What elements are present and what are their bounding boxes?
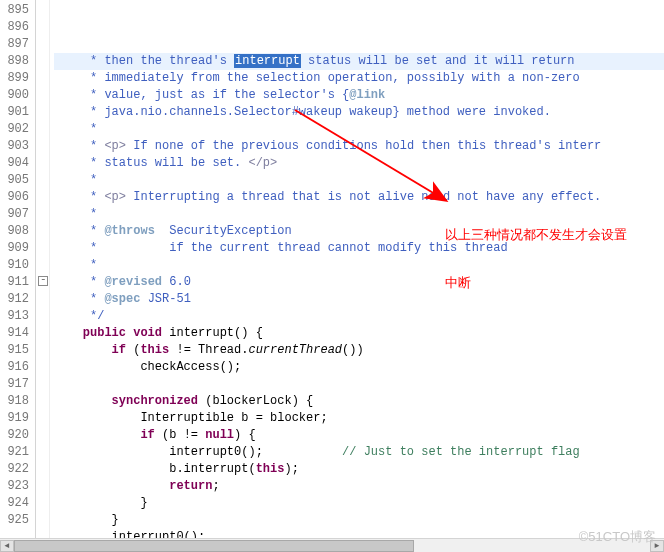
- code-token: Interrupting a thread that is not alive …: [126, 190, 601, 204]
- code-editor[interactable]: 8958968978988999009019029039049059069079…: [0, 0, 664, 552]
- line-number: 907: [4, 206, 29, 223]
- code-token: interrupt: [234, 54, 301, 68]
- code-token: status will be set and it will return: [301, 54, 575, 68]
- code-line[interactable]: * if the current thread cannot modify th…: [54, 240, 664, 257]
- code-line[interactable]: public void interrupt() {: [54, 325, 664, 342]
- code-token: @link: [349, 88, 385, 102]
- code-line[interactable]: * <p> Interrupting a thread that is not …: [54, 189, 664, 206]
- code-line[interactable]: if (b != null) {: [54, 427, 664, 444]
- fold-cell: [36, 51, 49, 68]
- code-token: synchronized: [112, 394, 198, 408]
- fold-cell: [36, 357, 49, 374]
- code-line[interactable]: * status will be set. </p>: [54, 155, 664, 172]
- line-number: 922: [4, 461, 29, 478]
- fold-column[interactable]: [36, 0, 50, 552]
- fold-cell: [36, 289, 49, 306]
- line-number: 920: [4, 427, 29, 444]
- code-token: b.interrupt(: [54, 462, 256, 476]
- fold-cell: [36, 17, 49, 34]
- code-token: ()): [342, 343, 364, 357]
- code-token: * value, just as if the selector's {: [54, 88, 349, 102]
- code-line[interactable]: * value, just as if the selector's {@lin…: [54, 87, 664, 104]
- code-token: @spec: [104, 292, 140, 306]
- line-number: 916: [4, 359, 29, 376]
- code-token: JSR-51: [140, 292, 190, 306]
- code-token: ;: [212, 479, 219, 493]
- code-token: *: [54, 139, 104, 153]
- code-token: interrupt0();: [54, 445, 342, 459]
- code-line[interactable]: interrupt0(); // Just to set the interru…: [54, 444, 664, 461]
- code-token: if: [112, 343, 126, 357]
- line-number: 914: [4, 325, 29, 342]
- fold-cell: [36, 0, 49, 17]
- code-line[interactable]: * immediately from the selection operati…: [54, 70, 664, 87]
- code-token: then the thread's: [104, 54, 234, 68]
- code-token: [54, 343, 112, 357]
- code-token: public void: [83, 326, 162, 340]
- line-number: 913: [4, 308, 29, 325]
- code-token: currentThread: [248, 343, 342, 357]
- code-token: *: [54, 258, 97, 272]
- code-line[interactable]: * <p> If none of the previous conditions…: [54, 138, 664, 155]
- code-token: if: [140, 428, 154, 442]
- code-line[interactable]: if (this != Thread.currentThread()): [54, 342, 664, 359]
- code-line[interactable]: [54, 376, 664, 393]
- code-line[interactable]: * java.nio.channels.Selector#wakeup wake…: [54, 104, 664, 121]
- code-token: @throws: [104, 224, 154, 238]
- line-number: 923: [4, 478, 29, 495]
- code-line[interactable]: *: [54, 121, 664, 138]
- code-line[interactable]: }: [54, 495, 664, 512]
- code-line[interactable]: synchronized (blockerLock) {: [54, 393, 664, 410]
- code-token: [54, 428, 140, 442]
- fold-toggle-icon[interactable]: [36, 272, 49, 289]
- line-number: 903: [4, 138, 29, 155]
- code-area[interactable]: * then the thread's interrupt status wil…: [50, 0, 664, 552]
- code-token: <p>: [104, 190, 126, 204]
- fold-cell: [36, 306, 49, 323]
- scroll-left-button[interactable]: ◄: [0, 540, 14, 552]
- fold-cell: [36, 119, 49, 136]
- scroll-right-button[interactable]: ►: [650, 540, 664, 552]
- code-line[interactable]: Interruptible b = blocker;: [54, 410, 664, 427]
- line-number: 899: [4, 70, 29, 87]
- code-token: }: [54, 513, 119, 527]
- code-token: [54, 394, 112, 408]
- code-token: *: [54, 224, 104, 238]
- line-number: 906: [4, 189, 29, 206]
- code-token: // Just to set the interrupt flag: [342, 445, 580, 459]
- code-line[interactable]: * @revised 6.0: [54, 274, 664, 291]
- line-number: 919: [4, 410, 29, 427]
- code-token: );: [284, 462, 298, 476]
- code-line[interactable]: return;: [54, 478, 664, 495]
- code-token: }: [54, 496, 148, 510]
- code-line[interactable]: b.interrupt(this);: [54, 461, 664, 478]
- code-token: (: [126, 343, 140, 357]
- code-token: this: [140, 343, 169, 357]
- code-token: @revised: [104, 275, 162, 289]
- line-number: 912: [4, 291, 29, 308]
- code-token: != Thread.: [169, 343, 248, 357]
- code-line[interactable]: * @throws SecurityException: [54, 223, 664, 240]
- code-token: *: [54, 207, 97, 221]
- code-line[interactable]: *: [54, 172, 664, 189]
- code-token: 6.0: [162, 275, 191, 289]
- code-line[interactable]: * @spec JSR-51: [54, 291, 664, 308]
- scrollbar-track[interactable]: [14, 540, 650, 552]
- code-token: *: [54, 292, 104, 306]
- fold-cell: [36, 510, 49, 527]
- code-line[interactable]: * then the thread's interrupt status wil…: [54, 53, 664, 70]
- code-line[interactable]: *: [54, 257, 664, 274]
- code-token: * if the current thread cannot modify th…: [54, 241, 508, 255]
- code-line[interactable]: */: [54, 308, 664, 325]
- fold-cell: [36, 425, 49, 442]
- horizontal-scrollbar[interactable]: ◄ ►: [0, 538, 664, 552]
- line-number: 902: [4, 121, 29, 138]
- fold-cell: [36, 136, 49, 153]
- code-line[interactable]: }: [54, 512, 664, 529]
- code-line[interactable]: checkAccess();: [54, 359, 664, 376]
- code-line[interactable]: *: [54, 206, 664, 223]
- code-token: interrupt() {: [162, 326, 263, 340]
- fold-cell: [36, 391, 49, 408]
- line-number: 904: [4, 155, 29, 172]
- scrollbar-thumb[interactable]: [14, 540, 414, 552]
